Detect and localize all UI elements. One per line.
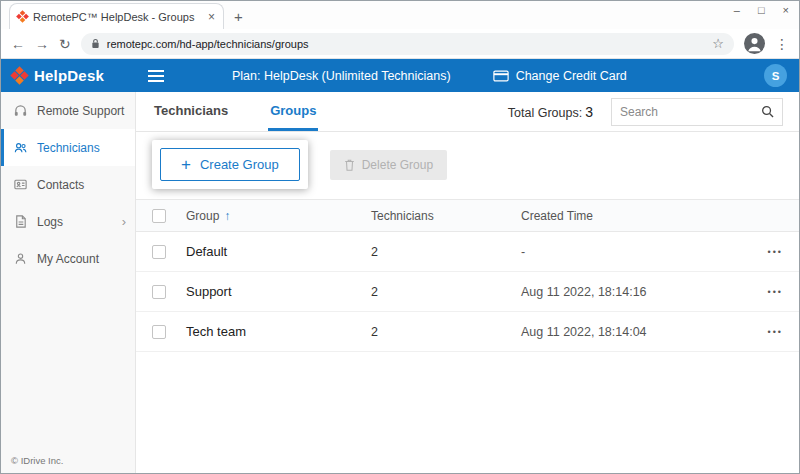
browser-menu-icon[interactable]: ⋮ — [775, 36, 789, 52]
tab-title: RemotePC™ HelpDesk - Groups — [33, 11, 202, 23]
groups-table: Group↑ Technicians Created Time Default … — [136, 199, 799, 352]
browser-navbar: ← → ↻ remotepc.com/hd-app/technicians/gr… — [1, 29, 799, 59]
change-credit-card-button[interactable]: Change Credit Card — [493, 69, 627, 83]
window-close-button[interactable]: × — [783, 4, 789, 16]
column-header-group: Group↑ — [186, 209, 371, 223]
bookmark-star-icon[interactable]: ☆ — [712, 36, 724, 51]
table-header-row: Group↑ Technicians Created Time — [136, 199, 799, 232]
browser-profile-avatar[interactable] — [744, 33, 765, 54]
table-actions: + Create Group Delete Group — [136, 132, 799, 189]
group-name: Support — [186, 284, 371, 299]
plus-icon: + — [181, 156, 191, 173]
address-bar[interactable]: remotepc.com/hd-app/technicians/groups ☆ — [81, 33, 734, 55]
search-input[interactable] — [620, 105, 755, 119]
delete-group-label: Delete Group — [362, 158, 433, 172]
technicians-count: 2 — [371, 285, 521, 299]
window-minimize-button[interactable]: – — [734, 4, 740, 16]
table-row: Tech team 2 Aug 11 2022, 18:14:04 ••• — [136, 312, 799, 352]
change-credit-card-label: Change Credit Card — [516, 69, 627, 83]
reload-button[interactable]: ↻ — [59, 37, 71, 51]
user-icon — [13, 251, 28, 266]
sidebar-item-label: Remote Support — [37, 104, 124, 118]
total-groups: Total Groups:3 — [508, 104, 593, 120]
group-name: Tech team — [186, 324, 371, 339]
helpdesk-logo[interactable]: HelpDesk — [1, 67, 136, 84]
table-row: Support 2 Aug 11 2022, 18:14:16 ••• — [136, 272, 799, 312]
total-groups-value: 3 — [585, 104, 593, 120]
group-name: Default — [186, 244, 371, 259]
back-button[interactable]: ← — [11, 37, 25, 51]
browser-window: RemotePC™ HelpDesk - Groups × + – □ × ← … — [0, 0, 800, 474]
window-maximize-button[interactable]: □ — [758, 4, 765, 16]
table-row: Default 2 - ••• — [136, 232, 799, 272]
sidebar-item-my-account[interactable]: My Account — [1, 240, 135, 277]
copyright-text: © IDrive Inc. — [11, 455, 63, 466]
technicians-count: 2 — [371, 245, 521, 259]
logs-icon — [13, 214, 28, 229]
created-time: Aug 11 2022, 18:14:04 — [521, 325, 737, 339]
technicians-count: 2 — [371, 325, 521, 339]
created-time: - — [521, 245, 737, 259]
tab-groups[interactable]: Groups — [268, 92, 318, 131]
technicians-icon — [13, 140, 28, 155]
delete-group-button[interactable]: Delete Group — [330, 150, 447, 180]
page-tabs: Technicians Groups Total Groups:3 — [136, 92, 799, 132]
row-menu-button[interactable]: ••• — [768, 287, 783, 297]
url-text: remotepc.com/hd-app/technicians/groups — [107, 38, 706, 50]
lock-icon — [91, 38, 100, 49]
select-all-checkbox[interactable] — [152, 209, 166, 223]
row-menu-button[interactable]: ••• — [768, 327, 783, 337]
user-avatar[interactable]: S — [764, 64, 787, 87]
sidebar-item-label: Contacts — [37, 178, 84, 192]
chevron-right-icon: › — [122, 214, 126, 229]
browser-tab[interactable]: RemotePC™ HelpDesk - Groups × — [9, 3, 224, 29]
headset-icon — [13, 103, 28, 118]
create-group-spotlight: + Create Group — [152, 140, 308, 189]
sidebar: Remote Support Technicians Contacts Logs — [1, 92, 136, 473]
credit-card-icon — [493, 70, 509, 82]
sidebar-item-logs[interactable]: Logs › — [1, 203, 135, 240]
sidebar-item-technicians[interactable]: Technicians — [1, 129, 135, 166]
row-checkbox[interactable] — [152, 285, 166, 299]
trash-icon — [344, 159, 355, 171]
tab-technicians[interactable]: Technicians — [152, 92, 230, 131]
row-checkbox[interactable] — [152, 245, 166, 259]
tab-close-icon[interactable]: × — [208, 10, 215, 24]
column-header-created-time: Created Time — [521, 209, 737, 223]
sidebar-item-label: My Account — [37, 252, 99, 266]
main-content: Technicians Groups Total Groups:3 + — [136, 92, 799, 473]
sidebar-item-contacts[interactable]: Contacts — [1, 166, 135, 203]
create-group-label: Create Group — [200, 157, 279, 172]
created-time: Aug 11 2022, 18:14:16 — [521, 285, 737, 299]
create-group-button[interactable]: + Create Group — [160, 148, 300, 181]
sidebar-item-remote-support[interactable]: Remote Support — [1, 92, 135, 129]
hamburger-menu-icon[interactable] — [148, 70, 164, 82]
site-favicon-icon — [16, 10, 29, 23]
browser-tab-strip: RemotePC™ HelpDesk - Groups × + – □ × — [1, 1, 799, 29]
sidebar-item-label: Logs — [37, 215, 63, 229]
window-controls: – □ × — [734, 4, 789, 16]
new-tab-button[interactable]: + — [234, 8, 243, 25]
column-header-technicians: Technicians — [371, 209, 521, 223]
app-header: HelpDesk Plan: HelpDesk (Unlimited Techn… — [1, 59, 799, 92]
sidebar-item-label: Technicians — [37, 141, 100, 155]
brand-name: HelpDesk — [34, 67, 104, 84]
plan-label: Plan: HelpDesk (Unlimited Technicians) — [232, 69, 451, 83]
sort-asc-icon[interactable]: ↑ — [224, 209, 230, 223]
helpdesk-logo-icon — [10, 66, 28, 84]
forward-button[interactable]: → — [35, 37, 49, 51]
contacts-icon — [13, 177, 28, 192]
total-groups-label: Total Groups: — [508, 106, 582, 120]
search-icon[interactable] — [761, 105, 774, 118]
search-box — [611, 98, 783, 126]
row-menu-button[interactable]: ••• — [768, 247, 783, 257]
row-checkbox[interactable] — [152, 325, 166, 339]
